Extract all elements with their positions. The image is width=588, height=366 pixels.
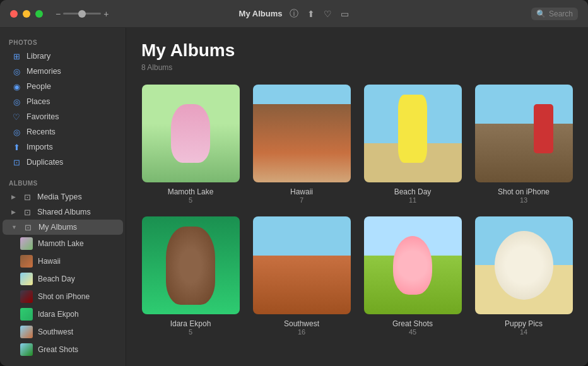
- sidebar-item-label: Shot on iPhone: [38, 292, 90, 301]
- album-thumbnail: [253, 85, 351, 182]
- chevron-right-icon: ▶: [11, 209, 16, 215]
- duplicates-icon: ⊡: [11, 157, 21, 167]
- zoom-slider[interactable]: [63, 13, 101, 15]
- sidebar-subitem-great-shots[interactable]: Great Shots: [3, 341, 123, 358]
- album-thumb: [20, 255, 33, 268]
- albums-grid: Mamoth Lake5Hawaii7Beach Day11Shot on iP…: [141, 85, 573, 336]
- album-name: Beach Day: [394, 187, 432, 196]
- album-thumb: [20, 290, 33, 303]
- album-count: 14: [520, 328, 527, 336]
- zoom-plus-button[interactable]: +: [103, 9, 109, 19]
- zoom-thumb[interactable]: [78, 10, 86, 18]
- sidebar-item-label: Southwest: [38, 328, 73, 336]
- sidebar-item-my-albums[interactable]: ▼ ⊡ My Albums: [3, 220, 123, 235]
- album-thumbnail: [475, 216, 573, 314]
- sidebar-subitem-mamoth-lake[interactable]: Mamoth Lake: [3, 235, 123, 252]
- album-name: Great Shots: [392, 319, 433, 328]
- search-bar[interactable]: 🔍 Search: [531, 8, 578, 20]
- zoom-minus-button[interactable]: −: [56, 9, 61, 19]
- album-thumb: [20, 326, 33, 338]
- sidebar-subitem-idara-ekpoh[interactable]: Idara Ekpoh: [3, 305, 123, 323]
- imports-icon: ⬆: [11, 142, 21, 152]
- album-item-puppy-pics[interactable]: Puppy Pics14: [474, 216, 573, 336]
- sidebar-item-label: Beach Day: [38, 274, 75, 283]
- titlebar: − + My Albums ⓘ ⬆ ♡ ▭ 🔍 Search: [0, 0, 588, 28]
- main-layout: Photos ⊞ Library ◎ Memories ◉ People ◎ P…: [0, 28, 588, 366]
- sidebar-item-memories[interactable]: ◎ Memories: [3, 64, 123, 79]
- sidebar-item-label: Memories: [26, 67, 61, 76]
- sidebar-item-label: Places: [26, 97, 50, 106]
- album-item-southwest[interactable]: Southwest16: [252, 216, 351, 336]
- close-button[interactable]: [10, 10, 18, 18]
- info-icon[interactable]: ⓘ: [290, 8, 298, 20]
- sidebar-subitem-shot-on-iphone[interactable]: Shot on iPhone: [3, 288, 123, 305]
- favorites-icon: ♡: [11, 112, 21, 122]
- album-count: 5: [189, 196, 192, 204]
- album-count: 5: [189, 328, 192, 336]
- sidebar-section-photos: Photos: [0, 34, 126, 49]
- album-item-hawaii[interactable]: Hawaii7: [252, 85, 351, 204]
- chevron-down-icon: ▼: [11, 224, 17, 230]
- album-thumbnail: [475, 85, 573, 182]
- maximize-button[interactable]: [35, 10, 43, 18]
- sidebar-item-people[interactable]: ◉ People: [3, 79, 123, 94]
- minimize-button[interactable]: [23, 10, 30, 18]
- sidebar-item-label: Mamoth Lake: [38, 239, 84, 248]
- album-item-shot-on-iphone[interactable]: Shot on iPhone13: [474, 85, 573, 204]
- album-thumb: [20, 237, 33, 250]
- content-area: My Albums 8 Albums Mamoth Lake5Hawaii7Be…: [126, 28, 588, 366]
- sidebar-item-recents[interactable]: ◎ Recents: [3, 124, 123, 139]
- album-thumb: [20, 343, 33, 356]
- sidebar-subitem-southwest[interactable]: Southwest: [3, 323, 123, 341]
- titlebar-title: My Albums: [239, 9, 283, 18]
- sidebar-subitem-beach-day[interactable]: Beach Day: [3, 270, 123, 288]
- heart-icon[interactable]: ♡: [324, 9, 332, 19]
- sidebar-item-imports[interactable]: ⬆ Imports: [3, 139, 123, 155]
- sidebar-item-favorites[interactable]: ♡ Favorites: [3, 109, 123, 124]
- traffic-lights: [10, 10, 43, 18]
- sidebar-item-shared-albums[interactable]: ▶ ⊡ Shared Albums: [3, 204, 123, 220]
- frame-icon[interactable]: ▭: [341, 9, 349, 19]
- places-icon: ◎: [11, 97, 21, 107]
- album-name: Puppy Pics: [505, 319, 543, 328]
- share-icon[interactable]: ⬆: [307, 9, 315, 19]
- sidebar-section-albums: Albums: [0, 175, 126, 189]
- album-count: 45: [409, 328, 416, 336]
- sidebar-item-label: People: [26, 82, 51, 91]
- album-thumbnail: [142, 216, 240, 314]
- library-icon: ⊞: [11, 51, 21, 61]
- titlebar-center: My Albums ⓘ ⬆ ♡ ▭: [239, 8, 350, 20]
- albums-count: 8 Albums: [141, 63, 573, 72]
- album-count: 16: [298, 328, 305, 336]
- sidebar-item-label: My Albums: [38, 223, 77, 232]
- album-name: Southwest: [284, 319, 319, 328]
- album-name: Hawaii: [290, 187, 313, 196]
- sidebar-item-label: Duplicates: [26, 158, 63, 167]
- sidebar-item-label: Imports: [26, 143, 53, 151]
- sidebar-item-duplicates[interactable]: ⊡ Duplicates: [3, 155, 123, 170]
- sidebar: Photos ⊞ Library ◎ Memories ◉ People ◎ P…: [0, 28, 126, 366]
- album-count: 7: [300, 196, 303, 204]
- chevron-right-icon: ▶: [11, 194, 16, 200]
- album-thumbnail: [364, 85, 462, 182]
- album-thumbnail: [364, 216, 462, 314]
- sidebar-item-media-types[interactable]: ▶ ⊡ Media Types: [3, 189, 123, 204]
- search-icon: 🔍: [536, 9, 546, 18]
- main-window: − + My Albums ⓘ ⬆ ♡ ▭ 🔍 Search Photos: [0, 0, 588, 366]
- album-count: 13: [520, 196, 527, 204]
- album-item-beach-day[interactable]: Beach Day11: [363, 85, 462, 204]
- album-item-great-shots[interactable]: Great Shots45: [363, 216, 462, 336]
- sidebar-item-label: Great Shots: [38, 345, 78, 354]
- media-types-icon: ⊡: [22, 192, 32, 202]
- album-item-idara-ekpoh[interactable]: Idara Ekpoh5: [141, 216, 240, 336]
- album-item-mamoth-lake[interactable]: Mamoth Lake5: [141, 85, 240, 204]
- sidebar-subitem-hawaii[interactable]: Hawaii: [3, 252, 123, 270]
- memories-icon: ◎: [11, 66, 21, 76]
- my-albums-icon: ⊡: [23, 222, 33, 232]
- page-title: My Albums: [141, 40, 573, 61]
- album-name: Mamoth Lake: [168, 187, 214, 196]
- sidebar-item-label: Library: [26, 52, 50, 61]
- sidebar-item-places[interactable]: ◎ Places: [3, 94, 123, 109]
- people-icon: ◉: [11, 81, 21, 92]
- sidebar-item-library[interactable]: ⊞ Library: [3, 49, 123, 64]
